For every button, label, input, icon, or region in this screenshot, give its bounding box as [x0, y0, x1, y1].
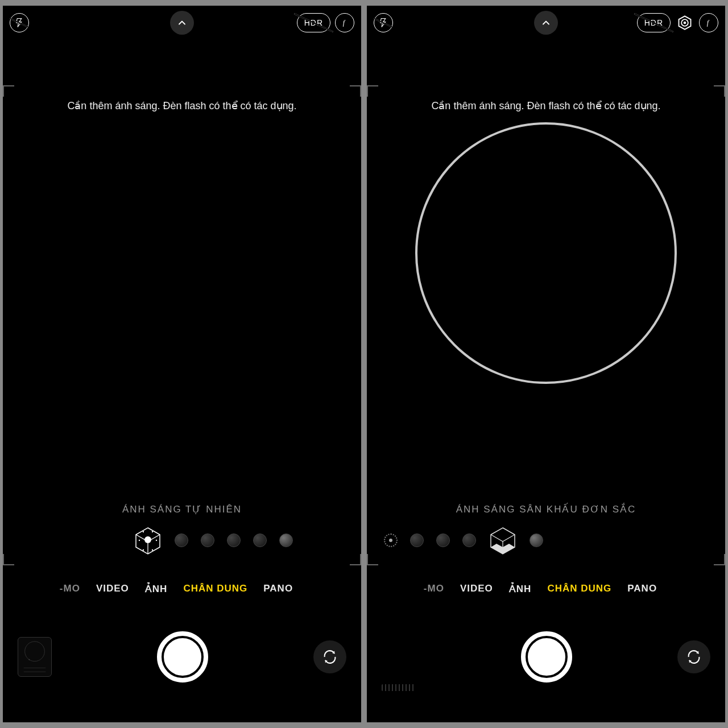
frame-corner-br: [350, 554, 361, 565]
aperture-button[interactable]: f: [699, 13, 718, 32]
flash-off-button[interactable]: [10, 13, 29, 32]
shutter-button[interactable]: [157, 631, 208, 682]
svg-marker-23: [503, 544, 515, 554]
flash-off-button[interactable]: [374, 13, 393, 32]
hdr-off-button[interactable]: HDR: [297, 13, 330, 32]
lighting-option-studio[interactable]: [410, 533, 424, 547]
svg-point-18: [684, 22, 686, 24]
mode-photo[interactable]: ẢNH: [145, 583, 168, 595]
expand-controls-button[interactable]: [170, 11, 194, 35]
lighting-mode-label: ÁNH SÁNG SÂN KHẤU ĐƠN SẮC: [367, 503, 725, 515]
frame-corner-tr: [714, 85, 725, 97]
flip-camera-icon: [322, 649, 338, 665]
shutter-button[interactable]: [521, 631, 572, 682]
mode-selector[interactable]: -MO VIDEO ẢNH CHÂN DUNG PANO: [367, 574, 725, 603]
frame-corner-bl: [367, 554, 378, 565]
frame-corner-bl: [3, 554, 14, 565]
mode-video[interactable]: VIDEO: [96, 583, 129, 594]
mode-selector[interactable]: -MO VIDEO ẢNH CHÂN DUNG PANO: [3, 574, 361, 603]
lighting-option-studio[interactable]: [175, 533, 188, 547]
frame-corner-tl: [367, 85, 378, 97]
chevron-up-icon: [176, 17, 188, 28]
mode-slomo-cut[interactable]: -MO: [60, 583, 80, 594]
mode-pano[interactable]: PANO: [263, 583, 293, 594]
flip-camera-button[interactable]: [677, 640, 710, 673]
low-light-hint: Cần thêm ánh sáng. Đèn flash có thể có t…: [367, 100, 725, 112]
svg-marker-22: [491, 544, 503, 554]
mode-pano[interactable]: PANO: [627, 583, 657, 594]
viewfinder[interactable]: Cần thêm ánh sáng. Đèn flash có thể có t…: [3, 40, 361, 569]
hdr-off-button[interactable]: HDR: [637, 13, 671, 32]
flip-camera-button[interactable]: [313, 640, 346, 673]
svg-point-3: [144, 536, 151, 543]
svg-point-7: [152, 531, 153, 532]
svg-text:f: f: [707, 19, 710, 27]
lighting-option-contour[interactable]: [201, 533, 214, 547]
frame-corner-br: [714, 554, 725, 565]
last-photo-thumbnail-empty[interactable]: [382, 684, 416, 691]
expand-controls-button[interactable]: [534, 11, 558, 35]
svg-point-5: [156, 540, 157, 541]
lighting-option-contour[interactable]: [436, 533, 450, 547]
mode-video[interactable]: VIDEO: [460, 583, 493, 594]
svg-point-8: [143, 549, 144, 551]
svg-point-6: [143, 531, 144, 532]
screenshot-right: HDR f Cần thêm ánh sáng. Đèn flash có th…: [367, 6, 725, 722]
svg-point-9: [152, 549, 153, 551]
lighting-option-stage-mono[interactable]: [253, 533, 267, 547]
top-toolbar: HDR f: [367, 6, 725, 40]
mode-slomo-cut[interactable]: -MO: [424, 583, 444, 594]
lighting-mode-label: ÁNH SÁNG TỰ NHIÊN: [3, 503, 361, 515]
screenshot-left: HDR f Cần thêm ánh sáng. Đèn flash có th…: [3, 6, 361, 722]
thumbnail-preview-icon: [18, 638, 51, 676]
f-icon: f: [704, 18, 713, 27]
top-toolbar: HDR f: [3, 6, 361, 40]
lighting-option-highkey[interactable]: [530, 533, 543, 547]
chevron-up-icon: [540, 17, 552, 28]
frame-corner-tr: [350, 85, 361, 97]
svg-point-13: [28, 659, 30, 660]
lighting-option-highkey[interactable]: [279, 533, 293, 547]
lighting-selector[interactable]: [384, 523, 543, 557]
hexagon-icon: [677, 15, 693, 31]
mode-portrait[interactable]: CHÂN DUNG: [547, 583, 611, 594]
lighting-option-stage[interactable]: [227, 533, 241, 547]
f-icon: f: [340, 18, 349, 27]
aperture-button[interactable]: f: [335, 13, 354, 32]
lighting-selector[interactable]: [134, 523, 276, 557]
low-light-hint: Cần thêm ánh sáng. Đèn flash có thể có t…: [3, 100, 361, 112]
mode-portrait[interactable]: CHÂN DUNG: [183, 583, 247, 594]
frame-corner-tl: [3, 85, 14, 97]
svg-point-4: [139, 540, 140, 541]
mode-photo[interactable]: ẢNH: [509, 583, 532, 595]
lighting-stage-mono-cube-icon[interactable]: [489, 526, 517, 555]
stage-light-circle: [415, 122, 677, 384]
lighting-option-natural[interactable]: [384, 533, 398, 547]
viewfinder[interactable]: Cần thêm ánh sáng. Đèn flash có thể có t…: [367, 40, 725, 569]
flip-camera-icon: [686, 649, 702, 665]
lighting-natural-cube-icon[interactable]: [134, 526, 162, 555]
bottom-dock: -MO VIDEO ẢNH CHÂN DUNG PANO: [367, 569, 725, 722]
bottom-dock: -MO VIDEO ẢNH CHÂN DUNG PANO: [3, 569, 361, 722]
live-photo-button[interactable]: [675, 13, 694, 32]
svg-text:f: f: [343, 19, 346, 27]
last-photo-thumbnail[interactable]: [18, 637, 52, 677]
lighting-option-stage[interactable]: [462, 533, 476, 547]
svg-point-10: [25, 642, 45, 661]
